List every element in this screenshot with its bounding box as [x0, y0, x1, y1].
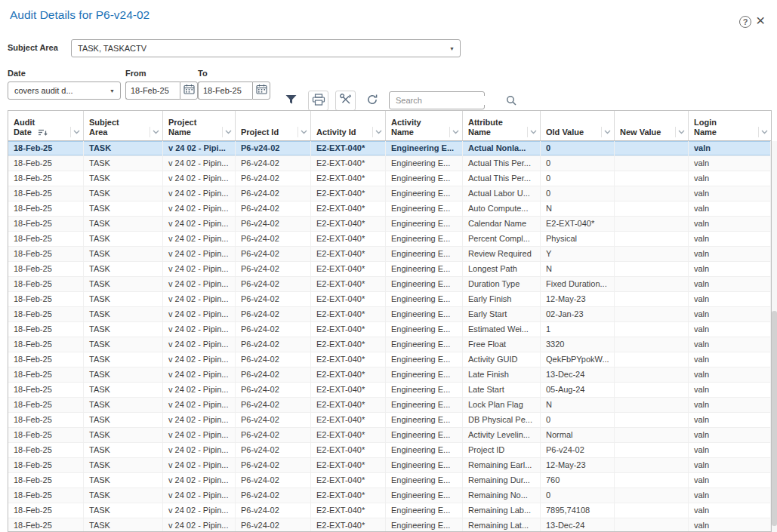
table-cell: valn	[689, 473, 771, 487]
table-cell	[615, 413, 689, 427]
from-calendar-button[interactable]	[180, 81, 198, 100]
table-row[interactable]: 18-Feb-25TASKv 24 02 - Pipin...P6-v24-02…	[8, 518, 771, 532]
table-row[interactable]: 18-Feb-25TASKv 24 02 - Pipin...P6-v24-02…	[8, 156, 771, 171]
filter-button[interactable]	[281, 91, 301, 111]
column-menu-chevron-icon[interactable]	[675, 127, 686, 137]
audit-table: Audit DateSubject AreaProject NameProjec…	[8, 110, 772, 532]
table-row[interactable]: 18-Feb-25TASKv 24 02 - Pipin...P6-v24-02…	[8, 186, 771, 201]
table-cell: Remaining No...	[463, 488, 541, 503]
column-header-label: Login Name	[694, 118, 717, 137]
table-cell: valn	[689, 458, 771, 472]
table-cell: TASK	[84, 488, 163, 503]
search-icon[interactable]	[506, 95, 516, 106]
table-row[interactable]: 18-Feb-25TASKv 24 02 - Pipin...P6-v24-02…	[8, 171, 771, 186]
close-icon[interactable]: ×	[756, 11, 765, 29]
table-row[interactable]: 18-Feb-25TASKv 24 02 - Pipin...P6-v24-02…	[8, 428, 771, 443]
table-cell: TASK	[84, 201, 163, 216]
table-row[interactable]: 18-Feb-25TASKv 24 02 - Pipin...P6-v24-02…	[8, 277, 771, 292]
column-menu-chevron-icon[interactable]	[298, 127, 309, 137]
table-cell: TASK	[84, 503, 163, 518]
table-row[interactable]: 18-Feb-25TASKv 24 02 - Pipin...P6-v24-02…	[8, 398, 771, 413]
to-date-input[interactable]	[198, 81, 252, 100]
table-cell: valn	[689, 413, 771, 427]
table-row[interactable]: 18-Feb-25TASKv 24 02 - Pipin...P6-v24-02…	[8, 443, 771, 458]
column-menu-chevron-icon[interactable]	[527, 127, 538, 137]
table-cell: Actual This Per...	[463, 171, 541, 186]
table-row[interactable]: 18-Feb-25TASKv 24 02 - Pipin...P6-v24-02…	[8, 322, 771, 337]
table-cell: 18-Feb-25	[8, 262, 84, 276]
help-icon[interactable]: ?	[739, 16, 751, 28]
column-header-project-name[interactable]: Project Name	[163, 111, 236, 140]
table-cell: valn	[689, 307, 771, 321]
table-cell: 12-May-23	[541, 458, 615, 472]
column-header-activity-id[interactable]: Activity Id	[311, 111, 386, 140]
vertical-scrollbar[interactable]	[772, 141, 777, 532]
table-row[interactable]: 18-Feb-25TASKv 24 02 - Pipin...P6-v24-02…	[8, 232, 771, 247]
table-cell: v 24 02 - Pipin...	[163, 413, 236, 427]
column-header-login-name[interactable]: Login Name	[689, 111, 771, 140]
table-row[interactable]: 18-Feb-25TASKv 24 02 - Pipin...P6-v24-02…	[8, 503, 771, 518]
customize-button[interactable]	[335, 91, 356, 111]
column-header-old-value[interactable]: Old Value	[541, 111, 615, 140]
table-row[interactable]: 18-Feb-25TASKv 24 02 - Pipin...P6-v24-02…	[8, 383, 771, 398]
column-menu-chevron-icon[interactable]	[758, 127, 769, 137]
table-row[interactable]: 18-Feb-25TASKv 24 02 - Pipin...P6-v24-02…	[8, 247, 771, 262]
column-header-attribute-name[interactable]: Attribute Name	[463, 111, 541, 140]
column-menu-chevron-icon[interactable]	[70, 127, 82, 137]
table-cell: 12-May-23	[541, 292, 615, 306]
table-cell: E2-EXT-040*	[311, 171, 386, 186]
table-row[interactable]: 18-Feb-25TASKv 24 02 - Pipin...P6-v24-02…	[8, 367, 771, 383]
table-cell: P6-v24-02	[236, 488, 311, 503]
column-menu-chevron-icon[interactable]	[222, 127, 233, 137]
column-menu-chevron-icon[interactable]	[150, 127, 161, 137]
column-header-new-value[interactable]: New Value	[615, 111, 689, 140]
table-row[interactable]: 18-Feb-25TASKv 24 02 - Pipin...P6-v24-02…	[8, 458, 771, 473]
column-header-label: Project Id	[241, 128, 279, 137]
scrollbar-thumb[interactable]	[772, 311, 777, 526]
to-calendar-button[interactable]	[252, 81, 270, 100]
column-header-project-id[interactable]: Project Id	[236, 111, 311, 140]
table-cell: TASK	[84, 247, 163, 261]
table-cell: Early Start	[463, 307, 541, 321]
table-cell: E2-EXT-040*	[311, 413, 386, 427]
column-header-audit-date[interactable]: Audit Date	[8, 111, 84, 140]
table-row[interactable]: 18-Feb-25TASKv 24 02 - Pipin...P6-v24-02…	[8, 201, 771, 217]
table-cell: valn	[689, 232, 771, 246]
date-filter-select[interactable]: covers audit d... ▼	[8, 81, 121, 100]
table-cell	[615, 503, 689, 518]
table-row[interactable]: 18-Feb-25TASKv 24 02 - Pipi...P6-v24-02E…	[8, 141, 771, 156]
table-cell: 18-Feb-25	[8, 473, 84, 487]
table-cell: 18-Feb-25	[8, 383, 84, 397]
column-header-activity-name[interactable]: Activity Name	[386, 111, 463, 140]
search-input[interactable]	[390, 96, 506, 105]
refresh-button[interactable]	[362, 91, 382, 111]
from-label: From	[125, 69, 146, 78]
table-cell: 18-Feb-25	[8, 488, 84, 503]
table-row[interactable]: 18-Feb-25TASKv 24 02 - Pipin...P6-v24-02…	[8, 217, 771, 232]
column-header-subject-area[interactable]: Subject Area	[84, 111, 163, 140]
table-cell: 7895,74108	[541, 503, 615, 518]
column-header-label: Subject Area	[89, 118, 119, 137]
table-row[interactable]: 18-Feb-25TASKv 24 02 - Pipin...P6-v24-02…	[8, 307, 771, 322]
column-menu-chevron-icon[interactable]	[601, 127, 612, 137]
table-row[interactable]: 18-Feb-25TASKv 24 02 - Pipin...P6-v24-02…	[8, 352, 771, 367]
table-cell: E2-EXT-040*	[311, 503, 386, 518]
table-cell: Engineering E...	[386, 171, 463, 186]
from-date-input[interactable]	[125, 81, 180, 100]
table-cell: 05-Aug-24	[541, 383, 615, 397]
table-cell: Review Required	[463, 247, 541, 261]
table-row[interactable]: 18-Feb-25TASKv 24 02 - Pipin...P6-v24-02…	[8, 413, 771, 428]
table-cell: Longest Path	[463, 262, 541, 276]
table-row[interactable]: 18-Feb-25TASKv 24 02 - Pipin...P6-v24-02…	[8, 292, 771, 307]
column-menu-chevron-icon[interactable]	[449, 127, 461, 137]
column-header-label: New Value	[620, 128, 661, 137]
table-row[interactable]: 18-Feb-25TASKv 24 02 - Pipin...P6-v24-02…	[8, 337, 771, 352]
column-menu-chevron-icon[interactable]	[372, 127, 384, 137]
table-cell: valn	[689, 352, 771, 367]
subject-area-select[interactable]: TASK, TASKACTV ▼	[71, 39, 461, 57]
table-row[interactable]: 18-Feb-25TASKv 24 02 - Pipin...P6-v24-02…	[8, 473, 771, 488]
table-row[interactable]: 18-Feb-25TASKv 24 02 - Pipin...P6-v24-02…	[8, 262, 771, 277]
table-cell: TASK	[84, 473, 163, 487]
table-row[interactable]: 18-Feb-25TASKv 24 02 - Pipin...P6-v24-02…	[8, 488, 771, 503]
print-button[interactable]	[308, 91, 328, 111]
